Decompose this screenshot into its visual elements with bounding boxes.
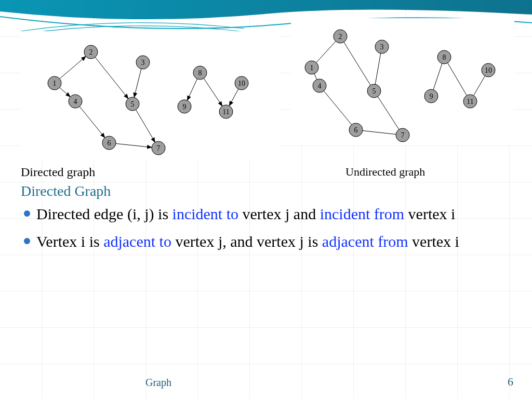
graph-node-label: 5 <box>131 100 135 108</box>
graph-node-label: 7 <box>401 131 405 139</box>
directed-caption: Directed graph <box>21 165 95 179</box>
graph-edge <box>60 56 86 78</box>
graph-edge <box>344 42 370 85</box>
graph-edge <box>79 107 105 138</box>
graph-edge <box>136 110 155 142</box>
graph-node-label: 1 <box>53 79 57 87</box>
graph-node-label: 10 <box>485 66 492 74</box>
footer-page: 6 <box>508 375 513 389</box>
graph-node-label: 2 <box>339 33 342 41</box>
graph-node-label: 4 <box>74 98 77 105</box>
graph-node-label: 8 <box>198 69 202 77</box>
graph-node-label: 11 <box>222 108 229 116</box>
graph-edge <box>204 78 222 106</box>
keyword-span: incident from <box>320 205 404 222</box>
undirected-caption: Undirected graph <box>345 165 425 179</box>
graph-node-label: 4 <box>318 82 322 90</box>
graph-node-label: 10 <box>238 79 245 87</box>
graph-edge <box>433 63 442 89</box>
graph-node-label: 7 <box>157 144 161 152</box>
graph-node-label: 3 <box>380 43 384 51</box>
graph-node-label: 2 <box>89 48 93 56</box>
graph-edge <box>448 63 467 96</box>
graph-node-label: 6 <box>108 139 111 147</box>
graph-node-label: 6 <box>354 126 358 134</box>
footer-label: Graph <box>145 377 171 389</box>
graph-edge <box>134 69 141 98</box>
section-heading: Directed Graph <box>21 183 111 200</box>
text-span: vertex i <box>404 205 455 222</box>
bullet-item: Directed edge (i, j) is incident to vert… <box>21 204 478 224</box>
graph-edge <box>229 89 238 105</box>
graph-edge <box>324 91 351 125</box>
undirected-graph-panel: 1234567891011 <box>291 18 514 145</box>
graph-edge <box>375 54 380 84</box>
graph-node-label: 1 <box>310 64 314 72</box>
graph-edge <box>60 88 70 97</box>
graph-edge <box>95 57 128 99</box>
keyword-span: adjacent to <box>103 233 171 250</box>
graph-edge <box>116 143 152 147</box>
graph-edge <box>378 97 399 129</box>
graph-edge <box>316 42 336 63</box>
graph-node-label: 5 <box>373 87 376 95</box>
graph-node-label: 9 <box>183 103 187 111</box>
directed-graph-panel: 1234567891011 <box>21 31 281 158</box>
directed-graph-svg: 1234567891011 <box>21 31 281 158</box>
text-span: vertex j and <box>238 205 320 222</box>
graph-edge <box>474 76 485 96</box>
graph-node-label: 3 <box>141 59 145 66</box>
keyword-span: adjacent from <box>322 233 408 250</box>
bullet-item: Vertex i is adjacent to vertex j, and ve… <box>21 231 478 251</box>
graph-node-label: 9 <box>430 92 433 100</box>
text-span: vertex j, and vertex j is <box>171 233 322 250</box>
graph-edge <box>314 74 317 79</box>
graph-node-label: 8 <box>443 54 446 61</box>
undirected-graph-svg: 1234567891011 <box>291 18 514 145</box>
text-span: Vertex i is <box>36 233 103 250</box>
bullet-list: Directed edge (i, j) is incident to vert… <box>21 204 478 259</box>
keyword-span: incident to <box>172 205 238 222</box>
graph-edge <box>187 79 197 100</box>
text-span: Directed edge (i, j) is <box>36 205 172 222</box>
graph-edge <box>363 130 396 134</box>
text-span: vertex i <box>408 233 459 250</box>
graph-node-label: 11 <box>467 98 473 105</box>
